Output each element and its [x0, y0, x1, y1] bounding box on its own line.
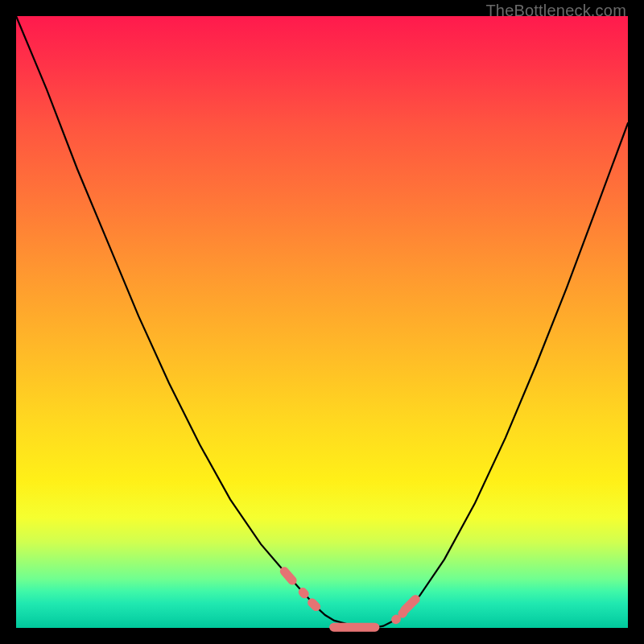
left-curve-path [16, 16, 373, 628]
left-marker [279, 565, 299, 587]
curve-group [16, 16, 628, 628]
svg-rect-6 [329, 623, 379, 632]
bottom-bar-marker [329, 623, 379, 632]
chart-frame: TheBottleneck.com [0, 0, 644, 644]
chart-svg [16, 16, 628, 628]
svg-rect-0 [279, 565, 299, 587]
marker-group [279, 565, 422, 632]
right-curve-path [373, 123, 628, 628]
right-marker [398, 593, 422, 617]
svg-rect-5 [398, 593, 422, 617]
watermark-text: TheBottleneck.com [485, 2, 626, 20]
